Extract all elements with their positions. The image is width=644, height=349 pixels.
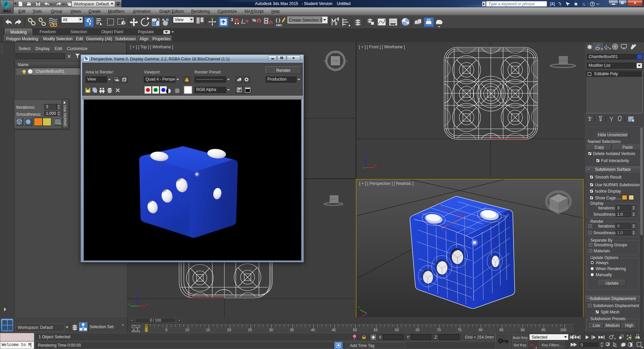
svg-text:{ }: { } [276, 17, 280, 22]
svg-text:?: ? [591, 2, 593, 6]
svg-text:Y: Y [184, 294, 186, 298]
svg-text:3: 3 [231, 17, 233, 22]
svg-text:X: X [223, 294, 225, 298]
svg-text:E: E [346, 59, 348, 63]
svg-text:Z: Z [365, 154, 367, 158]
svg-text:FRONT: FRONT [559, 59, 568, 62]
svg-text:S: S [334, 69, 336, 72]
svg-text:ABC: ABC [276, 23, 282, 27]
svg-text:±: ± [614, 337, 616, 340]
svg-text:Y: Y [358, 306, 360, 309]
svg-text:TOP: TOP [332, 59, 338, 62]
svg-text:Y: Y [363, 166, 365, 170]
svg-text:%: % [252, 18, 256, 23]
svg-text:N: N [334, 51, 336, 54]
svg-text:W: W [323, 59, 326, 63]
svg-text:All: All [63, 17, 67, 22]
svg-text:LEFT: LEFT [331, 198, 337, 200]
svg-text:X: X [524, 135, 526, 138]
svg-text:Y: Y [436, 201, 438, 204]
svg-text:Y: Y [489, 135, 491, 138]
svg-text:Z: Z [137, 293, 139, 296]
svg-text:View: View [175, 17, 183, 22]
svg-text:X: X [441, 228, 443, 231]
svg-text:Y: Y [127, 303, 129, 306]
svg-text:Create Selection Se: Create Selection Se [289, 18, 325, 22]
svg-text:X: X [146, 303, 148, 306]
svg-text:X: X [582, 2, 586, 7]
svg-text:X: X [375, 164, 377, 167]
